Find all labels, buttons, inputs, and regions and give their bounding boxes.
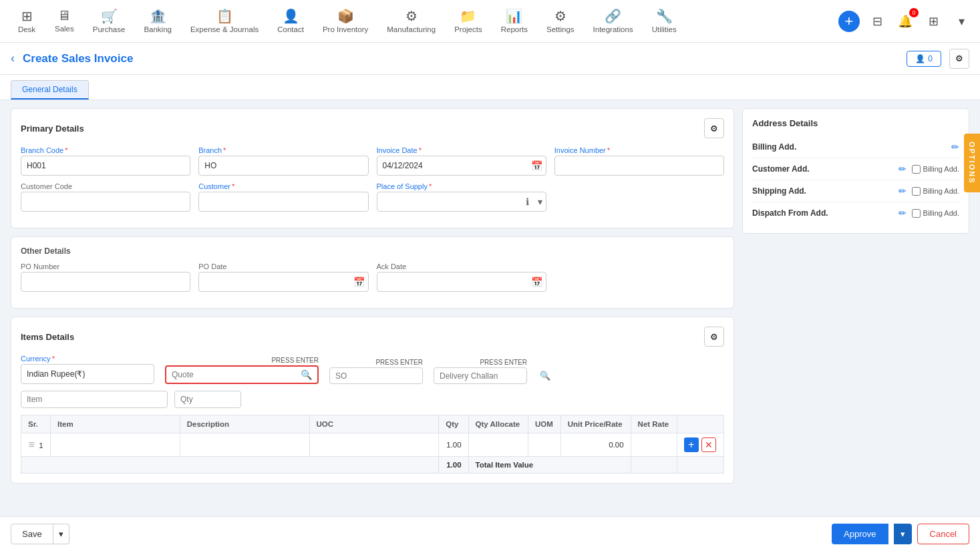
options-label: OPTIONS — [968, 142, 976, 184]
shipping-add-edit-button[interactable]: ✏ — [899, 186, 907, 196]
banking-icon: 🏦 — [150, 8, 166, 24]
invoice-number-input[interactable] — [554, 156, 724, 176]
customer-address-row: Customer Add. ✏ Billing Add. — [752, 158, 959, 180]
quick-add-button[interactable]: + — [838, 11, 860, 32]
nav-manufacturing[interactable]: ⚙ Manufacturing — [377, 3, 445, 40]
customer-code-input[interactable] — [21, 192, 190, 212]
item-search-input[interactable] — [21, 391, 168, 408]
other-details-row: PO Number PO Date 📅 Ack Date 📅 — [21, 262, 724, 292]
ack-date-label: Ack Date — [377, 262, 546, 270]
options-sidebar[interactable]: OPTIONS — [964, 134, 980, 192]
ack-date-input[interactable] — [377, 272, 546, 292]
shipping-add-checkbox[interactable] — [912, 187, 921, 196]
nav-settings[interactable]: ⚙ Settings — [537, 3, 584, 40]
qty-input[interactable] — [174, 391, 241, 408]
save-button[interactable]: Save — [11, 524, 53, 530]
invoice-date-input[interactable] — [377, 156, 546, 176]
row-uom[interactable] — [528, 433, 560, 457]
footer-right-actions: Approve ▾ Cancel — [832, 524, 969, 530]
nav-projects[interactable]: 📁 Projects — [445, 3, 492, 40]
table-layout-button[interactable]: ⊟ — [866, 11, 888, 32]
items-settings-button[interactable]: ⚙ — [704, 327, 724, 347]
branch-code-label: Branch Code — [21, 146, 190, 154]
tab-general-details[interactable]: General Details — [11, 80, 89, 100]
branch-code-input[interactable] — [21, 156, 190, 176]
nav-contact[interactable]: 👤 Contact — [268, 3, 313, 40]
dispatch-add-checkbox-label[interactable]: Billing Add. — [912, 209, 959, 218]
po-date-wrapper: 📅 — [198, 272, 368, 292]
customer-add-edit-button[interactable]: ✏ — [899, 164, 907, 174]
page-settings-button[interactable]: ⚙ — [949, 49, 969, 69]
cancel-button[interactable]: Cancel — [917, 524, 969, 530]
user-count-button[interactable]: 👤 0 — [907, 51, 941, 67]
billing-add-label: Billing Add. — [752, 142, 946, 152]
approve-caret-button[interactable]: ▾ — [894, 524, 912, 530]
place-of-supply-input[interactable] — [377, 192, 546, 212]
grid-view-button[interactable]: ⊞ — [923, 11, 944, 32]
calendar-icon[interactable]: 📅 — [531, 160, 542, 171]
ack-calendar-icon[interactable]: 📅 — [531, 277, 542, 287]
shipping-add-checkbox-label[interactable]: Billing Add. — [912, 187, 959, 196]
delivery-challan-search-icon[interactable]: 🔍 — [540, 371, 550, 381]
po-calendar-icon[interactable]: 📅 — [353, 277, 365, 287]
branch-input[interactable] — [198, 156, 368, 176]
customer-add-checkbox-label[interactable]: Billing Add. — [912, 165, 959, 174]
po-date-label: PO Date — [198, 262, 368, 270]
billing-add-edit-button[interactable]: ✏ — [951, 142, 959, 152]
quote-search-icon[interactable]: 🔍 — [301, 369, 312, 380]
invoice-number-label: Invoice Number — [554, 146, 724, 154]
branch-code-field: Branch Code — [21, 146, 190, 176]
row-action-buttons: + ✕ — [684, 437, 717, 452]
delete-row-button[interactable]: ✕ — [701, 437, 716, 452]
nav-expense[interactable]: 📋 Expense & Journals — [181, 3, 268, 40]
items-table: Sr. Item Description UOC Qty Qty Allocat… — [21, 415, 724, 474]
nav-purchase[interactable]: 🛒 Purchase — [84, 3, 135, 40]
row-uoc-input[interactable] — [317, 440, 432, 450]
col-uoc: UOC — [309, 415, 439, 433]
nav-banking[interactable]: 🏦 Banking — [134, 3, 181, 40]
nav-reports[interactable]: 📊 Reports — [492, 3, 537, 40]
col-item: Item — [50, 415, 180, 433]
manufacturing-icon: ⚙ — [405, 8, 418, 24]
quote-search-input[interactable] — [172, 370, 301, 379]
nav-utilities[interactable]: 🔧 Utilities — [643, 3, 686, 40]
branch-field: Branch — [198, 146, 368, 176]
po-number-input[interactable] — [21, 272, 190, 292]
nav-pro-inventory[interactable]: 📦 Pro Inventory — [313, 3, 377, 40]
primary-details-card: Primary Details ⚙ Branch Code Branch Inv… — [11, 108, 734, 228]
integrations-icon: 🔗 — [605, 8, 621, 24]
nav-sales[interactable]: 🖥 Sales — [45, 3, 84, 39]
po-date-input[interactable] — [198, 272, 368, 292]
approve-button[interactable]: Approve — [832, 524, 888, 530]
delivery-challan-press-enter-label: PRESS ENTER — [434, 359, 527, 366]
currency-input[interactable] — [21, 364, 154, 384]
col-unit-price: Unit Price/Rate — [560, 415, 631, 433]
nav-settings-label: Settings — [546, 25, 575, 33]
so-search-input[interactable] — [335, 371, 436, 381]
customer-input[interactable] — [198, 192, 368, 212]
row-qty: 1.00 — [439, 433, 468, 457]
nav-desk[interactable]: ⊞ Desk — [8, 3, 45, 40]
notification-count: 0 — [909, 8, 919, 17]
save-caret-button[interactable]: ▾ — [53, 524, 69, 530]
customer-add-checkbox[interactable] — [912, 165, 921, 174]
back-button[interactable]: ‹ — [11, 51, 15, 65]
row-description[interactable] — [180, 433, 309, 457]
dropdown-arrow[interactable]: ▾ — [951, 11, 972, 32]
dispatch-add-edit-button[interactable]: ✏ — [899, 208, 907, 218]
subheader: ‹ Create Sales Invoice 👤 0 ⚙ — [0, 43, 980, 75]
row-item[interactable] — [50, 433, 180, 457]
add-row-button[interactable]: + — [684, 437, 699, 452]
delivery-challan-input[interactable] — [440, 371, 540, 381]
drag-handle-icon[interactable]: ≡ — [28, 439, 34, 450]
row-desc-input[interactable] — [187, 440, 303, 450]
row-qty-allocate[interactable] — [468, 433, 528, 457]
row-item-input[interactable] — [57, 440, 173, 450]
chevron-down-icon[interactable]: ▾ — [538, 196, 542, 207]
row-uoc[interactable] — [309, 433, 439, 457]
nav-integrations[interactable]: 🔗 Integrations — [584, 3, 643, 40]
dispatch-add-checkbox[interactable] — [912, 209, 921, 218]
notification-bell[interactable]: 🔔 0 — [894, 11, 916, 32]
primary-details-settings-button[interactable]: ⚙ — [704, 118, 724, 138]
reports-icon: 📊 — [506, 8, 522, 24]
